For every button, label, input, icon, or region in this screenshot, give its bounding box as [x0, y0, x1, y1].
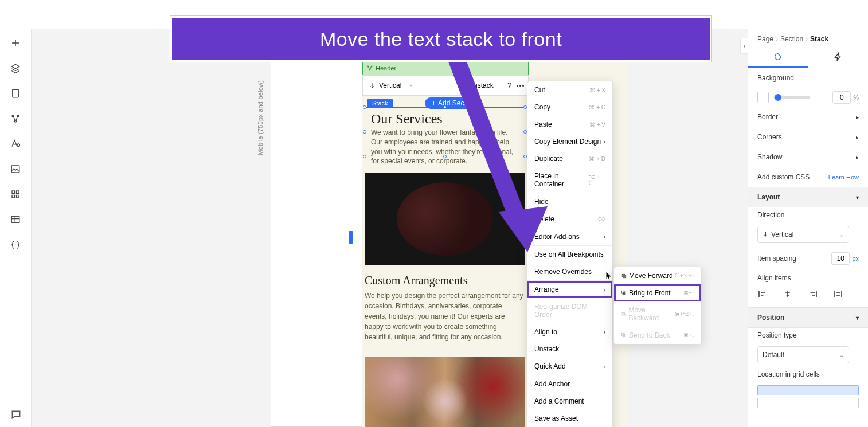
header-label: Header [376, 65, 396, 72]
ctx-delete[interactable]: Delete [527, 210, 612, 228]
selection-handle[interactable] [443, 105, 447, 109]
context-menu: Cut⌘ + X Copy⌘ + C Paste⌘ + V Copy Eleme… [527, 81, 613, 427]
ctx-quick-add[interactable]: Quick Add› [527, 358, 612, 375]
mouse-cursor [605, 271, 613, 282]
ctx-copy-design[interactable]: Copy Element Design› [527, 133, 612, 150]
svg-rect-7 [17, 191, 19, 194]
unstack-button[interactable]: Unstack [468, 81, 493, 89]
apps-icon[interactable] [10, 189, 21, 199]
panel-collapse-button[interactable]: › [740, 38, 748, 54]
align-items-label: Align items [757, 274, 791, 282]
sub-send-to-back: Send to Back⌘+↓ [614, 327, 701, 344]
ctx-unstack[interactable]: Unstack [527, 340, 612, 358]
plus-icon[interactable] [10, 38, 21, 48]
custom-body: We help you design the perfect arrangeme… [365, 291, 525, 342]
layers-icon[interactable] [10, 63, 21, 73]
ctx-place-container[interactable]: Place in Container⌥ + C [527, 167, 612, 193]
svg-point-13 [369, 69, 370, 70]
left-icon-rail [0, 29, 32, 427]
mobile-breakpoint-label: Mobile (750px and below) [257, 80, 264, 155]
shadow-row[interactable]: Shadow▸ [748, 147, 868, 167]
stack-tag[interactable]: Stack [367, 99, 393, 108]
selection-handle[interactable] [363, 155, 366, 158]
image-wedding [365, 357, 525, 427]
font-icon[interactable] [10, 139, 21, 149]
image-bouquet [365, 173, 525, 265]
ctx-save-asset[interactable]: Save as Asset [527, 410, 612, 427]
tab-interactions[interactable] [808, 48, 869, 68]
ctx-reorganize-dom: Reorganize DOM Order [527, 298, 612, 323]
stack-toolbar: Vertical Unstack ? [362, 75, 529, 96]
ctx-arrange[interactable]: Arrange› [527, 281, 612, 298]
align-stretch-icon[interactable] [833, 289, 843, 299]
custom-title: Custom Arrangements [365, 274, 525, 287]
selected-stack[interactable]: Our Services We want to bring your flowe… [365, 107, 525, 156]
header-band[interactable]: Header [362, 61, 529, 76]
learn-how-link[interactable]: Learn How [828, 174, 859, 181]
grid-location-cells[interactable] [748, 382, 868, 414]
selection-handle[interactable] [443, 155, 447, 158]
svg-point-4 [17, 144, 20, 147]
ctx-duplicate[interactable]: Duplicate⌘ + D [527, 150, 612, 167]
background-label: Background [757, 74, 794, 82]
direction-label: Direction [757, 211, 784, 219]
tab-design[interactable] [748, 48, 808, 68]
position-type-select[interactable]: Default⌄ [757, 346, 849, 363]
layout-section[interactable]: Layout▾ [748, 187, 868, 207]
background-swatch[interactable] [757, 92, 769, 103]
resize-handle[interactable] [349, 231, 353, 244]
services-body: We want to bring your flower fantasies t… [371, 128, 519, 166]
svg-rect-10 [11, 217, 19, 223]
svg-rect-5 [11, 166, 19, 173]
corners-row[interactable]: Corners▸ [748, 127, 868, 147]
ctx-cut[interactable]: Cut⌘ + X [527, 81, 612, 99]
arrange-submenu: Move Forward⌘+⌥+↑ Bring to Front⌘+↑ Move… [613, 267, 702, 344]
item-spacing-input[interactable] [831, 252, 850, 265]
services-title: Our Services [371, 111, 519, 127]
svg-rect-8 [12, 195, 15, 198]
ctx-addons[interactable]: Editor Add-ons› [527, 228, 612, 245]
breadcrumb: Page›Section›Stack [748, 29, 868, 48]
border-row[interactable]: Border▸ [748, 107, 868, 127]
ctx-breakpoints[interactable]: Use on All Breakpoints [527, 246, 612, 263]
add-css-label[interactable]: Add custom CSS [757, 173, 810, 181]
ctx-paste[interactable]: Paste⌘ + V [527, 116, 612, 133]
background-opacity-slider[interactable] [773, 96, 810, 99]
position-section[interactable]: Position▾ [748, 307, 868, 328]
table-icon[interactable] [10, 214, 21, 225]
connect-icon[interactable] [10, 113, 21, 124]
background-opacity-input[interactable] [832, 91, 851, 104]
svg-rect-9 [17, 195, 19, 198]
direction-select-panel[interactable]: Vertical⌄ [757, 226, 849, 243]
image-icon[interactable] [10, 164, 21, 174]
more-icon[interactable] [517, 85, 524, 87]
ctx-hide[interactable]: Hide [527, 193, 612, 210]
align-center-icon[interactable] [783, 289, 793, 299]
align-end-icon[interactable] [808, 289, 818, 299]
code-icon[interactable] [10, 240, 21, 250]
chat-icon[interactable] [10, 409, 22, 420]
add-section-button[interactable]: +Add Section [425, 97, 482, 109]
selection-handle[interactable] [363, 130, 366, 134]
svg-rect-0 [13, 89, 19, 97]
sub-move-forward[interactable]: Move Forward⌘+⌥+↑ [614, 267, 701, 284]
svg-rect-6 [12, 191, 15, 194]
selection-handle[interactable] [363, 105, 366, 109]
align-start-icon[interactable] [757, 289, 768, 299]
ctx-copy[interactable]: Copy⌘ + C [527, 99, 612, 116]
ctx-align-to[interactable]: Align to› [527, 323, 612, 340]
sub-bring-to-front[interactable]: Bring to Front⌘+↑ [614, 284, 701, 301]
position-type-label: Position type [757, 331, 797, 339]
instruction-banner: Move the text stack to front [170, 16, 711, 62]
svg-point-3 [15, 120, 17, 122]
ctx-add-comment[interactable]: Add a Comment [527, 393, 612, 410]
page-icon[interactable] [10, 88, 21, 99]
align-items-controls [748, 285, 868, 307]
ctx-add-anchor[interactable]: Add Anchor [527, 375, 612, 393]
help-icon[interactable]: ? [507, 81, 512, 90]
location-label: Location in grid cells [757, 370, 820, 378]
svg-rect-21 [623, 334, 625, 337]
direction-select[interactable]: Vertical [369, 81, 464, 89]
ctx-remove-overrides[interactable]: Remove Overrides [527, 263, 612, 280]
custom-arrangements-block: Custom Arrangements We help you design t… [365, 274, 525, 342]
